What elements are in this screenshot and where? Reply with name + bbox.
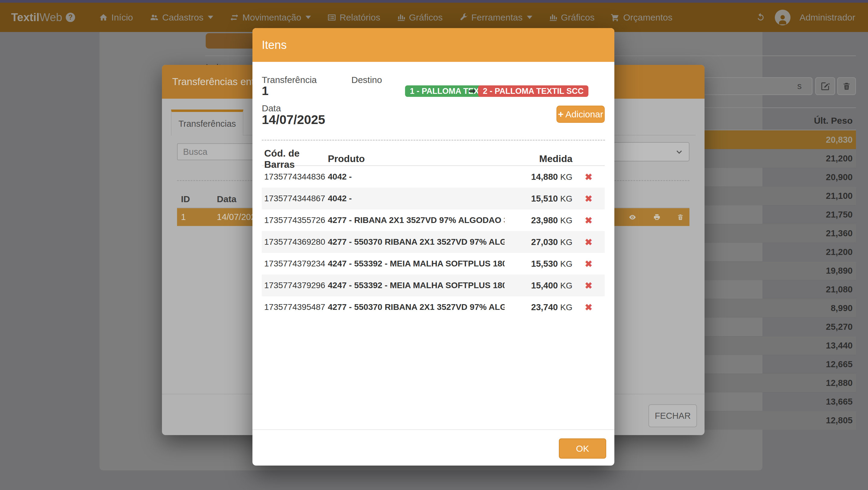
dashed-divider <box>262 140 605 141</box>
avatar[interactable] <box>775 10 790 25</box>
chevron-down-icon <box>527 16 532 19</box>
ok-button[interactable]: OK <box>559 438 606 459</box>
weight-value: 20,830 <box>826 135 856 145</box>
item-measure: 15,400 KG <box>504 281 572 290</box>
date-field-value: 14/07/2025 <box>262 113 325 127</box>
item-product: 4042 - <box>326 194 504 203</box>
nav-item-label: Orçamentos <box>623 12 672 23</box>
remove-icon[interactable]: ✖ <box>585 193 592 204</box>
column-weight: Últ. Peso <box>814 116 856 126</box>
nav-item-label: Relatórios <box>340 12 380 23</box>
partial-button[interactable]: s <box>697 77 812 95</box>
item-row: 1735774395487 4277 - 550370 RIBANA 2X1 3… <box>262 296 605 318</box>
view-icon[interactable] <box>628 213 637 221</box>
weight-value: 21,200 <box>826 247 856 257</box>
remove-icon[interactable]: ✖ <box>585 302 592 313</box>
items-modal-title: Itens <box>262 39 286 52</box>
transfer-id: 1 <box>177 212 217 222</box>
tab-label: Transferências <box>179 119 236 129</box>
item-product: 4277 - RIBANA 2X1 3527VD 97% ALGODAO 3% … <box>326 215 504 225</box>
nav-item-movimentacao[interactable]: Movimentação <box>221 12 319 23</box>
close-button[interactable]: FECHAR <box>648 404 697 427</box>
item-measure: 23,740 KG <box>504 302 572 312</box>
item-row: 1735774379234 4247 - 553392 - MEIA MALHA… <box>262 253 605 275</box>
nav-item-relatorios[interactable]: Relatórios <box>319 12 389 23</box>
weight-value: 12,665 <box>826 359 856 369</box>
remove-icon[interactable]: ✖ <box>585 215 592 226</box>
partial-button-label: s <box>798 81 802 91</box>
item-measure: 14,880 KG <box>504 172 572 182</box>
nav-item-graficos-2[interactable]: Gráficos <box>540 12 603 23</box>
home-icon <box>99 13 108 22</box>
edit-icon <box>820 81 830 91</box>
column-date: Data <box>217 194 237 204</box>
item-barcode: 1735774379296 <box>262 281 326 290</box>
brand-bold: Textil <box>11 11 39 24</box>
transfer-icon <box>229 13 239 22</box>
add-button[interactable]: +Adicionar <box>556 105 605 123</box>
chevron-down-icon <box>306 16 311 19</box>
add-button-label: Adicionar <box>565 109 603 120</box>
trash-icon[interactable] <box>677 213 684 221</box>
print-icon[interactable] <box>653 213 661 221</box>
date-field-label: Data <box>262 103 281 114</box>
item-product: 4277 - 550370 RIBANA 2X1 3527VD 97% ALGO… <box>326 237 504 247</box>
item-row: 1735774344867 4042 - 15,510 KG ✖ <box>262 188 605 209</box>
weight-value: 21,100 <box>826 191 856 201</box>
cart-icon <box>611 13 620 22</box>
nav-item-inicio[interactable]: Início <box>91 12 141 23</box>
edit-button[interactable] <box>815 77 835 95</box>
item-barcode: 1735774379234 <box>262 259 326 269</box>
users-icon <box>149 13 159 22</box>
nav-item-cadastros[interactable]: Cadastros <box>141 12 221 23</box>
weight-value: 12,880 <box>826 378 856 388</box>
nav-menu: Início Cadastros Movimentação Relatórios… <box>91 12 680 23</box>
item-barcode: 1735774344836 <box>262 172 326 182</box>
report-icon <box>327 13 336 22</box>
weight-value: 19,890 <box>826 266 856 276</box>
tab-transferencias[interactable]: Transferências <box>171 110 243 135</box>
remove-icon[interactable]: ✖ <box>585 258 592 269</box>
items-modal-header: Itens <box>252 28 614 62</box>
weight-value: 21,750 <box>826 210 856 220</box>
remove-icon[interactable]: ✖ <box>585 172 592 182</box>
weight-value: 21,200 <box>826 154 856 163</box>
refresh-icon[interactable] <box>755 12 766 23</box>
user-name[interactable]: Administrador <box>800 12 855 23</box>
destination-badge: 2 - PALLOMA TEXTIL SCC <box>478 85 588 97</box>
nav-item-label: Início <box>111 12 133 23</box>
item-barcode: 1735774369280 <box>262 237 326 247</box>
nav-item-label: Gráficos <box>561 12 595 23</box>
items-modal: Itens Transferência 1 Destino 1 - PALLOM… <box>252 28 614 465</box>
weight-value: 13,440 <box>826 341 856 350</box>
item-row: 1735774379296 4247 - 553392 - MEIA MALHA… <box>262 275 605 296</box>
item-product: 4247 - 553392 - MEIA MALHA SOFTPLUS 1801… <box>326 281 504 290</box>
chart-icon <box>397 13 406 22</box>
item-measure: 23,980 KG <box>504 215 572 225</box>
close-button-label: FECHAR <box>655 411 691 421</box>
column-id: ID <box>177 194 217 204</box>
nav-item-label: Cadastros <box>162 12 204 23</box>
delete-button[interactable] <box>837 77 856 95</box>
nav-item-ferramentas[interactable]: Ferramentas <box>451 12 540 23</box>
item-measure: 27,030 KG <box>504 237 572 247</box>
brand-logo[interactable]: TextilWeb ? <box>11 11 75 24</box>
item-barcode: 1735774395487 <box>262 302 326 312</box>
nav-item-label: Ferramentas <box>471 12 523 23</box>
remove-icon[interactable]: ✖ <box>585 280 592 291</box>
item-product: 4277 - 550370 RIBANA 2X1 3527VD 97% ALGO… <box>326 302 504 312</box>
items-table: Cód. de Barras Produto Medida 1735774344… <box>262 152 605 318</box>
nav-item-orcamentos[interactable]: Orçamentos <box>602 12 680 23</box>
destination-field-label: Destino <box>351 75 382 85</box>
weight-value: 21,360 <box>826 228 856 238</box>
weight-value: 25,270 <box>826 322 856 332</box>
arrow-right-icon <box>468 87 477 96</box>
navbar: TextilWeb ? Início Cadastros Movimentaçã… <box>0 3 868 32</box>
remove-icon[interactable]: ✖ <box>585 237 592 247</box>
help-icon[interactable]: ? <box>66 13 75 22</box>
weight-value: 8,990 <box>831 303 856 313</box>
item-barcode: 1735774355726 <box>262 215 326 225</box>
nav-item-graficos-1[interactable]: Gráficos <box>389 12 451 23</box>
transfer-field-value: 1 <box>262 84 269 98</box>
chevron-down-icon <box>675 148 683 157</box>
